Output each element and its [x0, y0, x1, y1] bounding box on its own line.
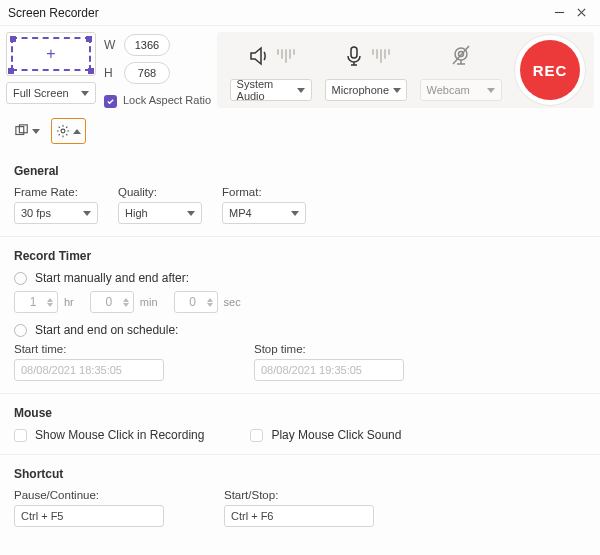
startstop-shortcut-input[interactable]: Ctrl + F6 — [224, 505, 374, 527]
spinner-arrows — [207, 298, 213, 307]
start-time-label: Start time: — [14, 343, 164, 355]
chevron-down-icon — [487, 88, 495, 93]
record-button[interactable]: REC — [520, 40, 580, 100]
frame-rate-label: Frame Rate: — [14, 186, 98, 198]
schedule-label: Start and end on schedule: — [35, 323, 178, 337]
sources-panel: System Audio Microphone — [217, 32, 594, 108]
width-label: W — [104, 38, 118, 52]
region-mode-select[interactable]: Full Screen — [6, 82, 96, 104]
chevron-down-icon — [81, 91, 89, 96]
timer-heading: Record Timer — [14, 249, 586, 263]
system-audio-source: System Audio — [225, 39, 316, 101]
format-select[interactable]: MP4 — [222, 202, 306, 224]
height-label: H — [104, 66, 118, 80]
webcam-source: Webcam — [415, 39, 506, 101]
region-mode-label: Full Screen — [13, 87, 69, 99]
lock-aspect-checkbox[interactable] — [104, 95, 117, 108]
system-audio-label: System Audio — [237, 78, 293, 102]
webcam-off-icon — [449, 44, 473, 68]
webcam-select[interactable]: Webcam — [420, 79, 502, 101]
show-click-label: Show Mouse Click in Recording — [35, 428, 204, 442]
microphone-source: Microphone — [320, 39, 411, 101]
spinner-arrows — [47, 298, 53, 307]
spinner-arrows — [123, 298, 129, 307]
show-click-checkbox[interactable] — [14, 429, 27, 442]
svg-rect-3 — [351, 47, 357, 58]
speaker-icon — [247, 44, 271, 68]
width-input[interactable]: 1366 — [124, 34, 170, 56]
settings-content: General Frame Rate: 30 fps Quality: High… — [0, 148, 600, 539]
region-selector[interactable]: + — [6, 32, 96, 76]
hours-unit: hr — [64, 296, 74, 308]
audio-level-icon — [277, 49, 295, 63]
seconds-unit: sec — [224, 296, 241, 308]
height-input[interactable]: 768 — [124, 62, 170, 84]
quality-value: High — [125, 207, 148, 219]
window-title: Screen Recorder — [8, 6, 548, 20]
toolbar — [0, 114, 600, 148]
window-tool-button[interactable] — [10, 118, 45, 144]
record-label: REC — [533, 62, 568, 79]
plus-icon: + — [46, 45, 55, 63]
hours-input[interactable]: 1 — [14, 291, 58, 313]
format-value: MP4 — [229, 207, 252, 219]
click-sound-label: Play Mouse Click Sound — [271, 428, 401, 442]
click-sound-checkbox[interactable] — [250, 429, 263, 442]
general-heading: General — [14, 164, 586, 178]
pause-shortcut-input[interactable]: Ctrl + F5 — [14, 505, 164, 527]
chevron-down-icon — [187, 211, 195, 216]
startstop-shortcut-label: Start/Stop: — [224, 489, 374, 501]
chevron-up-icon — [73, 129, 81, 134]
stop-time-input[interactable]: 08/08/2021 19:35:05 — [254, 359, 404, 381]
microphone-icon — [342, 44, 366, 68]
region-config: + Full Screen W 1366 H 768 Lock Aspect R… — [6, 32, 211, 108]
title-bar: Screen Recorder — [0, 0, 600, 26]
pause-shortcut-label: Pause/Continue: — [14, 489, 164, 501]
svg-point-9 — [61, 129, 65, 133]
system-audio-select[interactable]: System Audio — [230, 79, 312, 101]
stop-time-label: Stop time: — [254, 343, 404, 355]
microphone-label: Microphone — [332, 84, 389, 96]
shortcut-heading: Shortcut — [14, 467, 586, 481]
gear-icon — [56, 124, 70, 138]
frame-rate-value: 30 fps — [21, 207, 51, 219]
minimize-button[interactable] — [548, 2, 570, 24]
chevron-down-icon — [83, 211, 91, 216]
microphone-select[interactable]: Microphone — [325, 79, 407, 101]
schedule-radio[interactable] — [14, 324, 27, 337]
mic-level-icon — [372, 49, 390, 63]
minutes-input[interactable]: 0 — [90, 291, 134, 313]
lock-aspect-label: Lock Aspect Ratio — [123, 94, 211, 107]
seconds-input[interactable]: 0 — [174, 291, 218, 313]
chevron-down-icon — [297, 88, 305, 93]
format-label: Format: — [222, 186, 306, 198]
manual-end-radio[interactable] — [14, 272, 27, 285]
quality-label: Quality: — [118, 186, 202, 198]
windows-icon — [15, 124, 29, 138]
chevron-down-icon — [393, 88, 401, 93]
manual-end-label: Start manually and end after: — [35, 271, 189, 285]
frame-rate-select[interactable]: 30 fps — [14, 202, 98, 224]
mouse-heading: Mouse — [14, 406, 586, 420]
start-time-input[interactable]: 08/08/2021 18:35:05 — [14, 359, 164, 381]
minutes-unit: min — [140, 296, 158, 308]
chevron-down-icon — [291, 211, 299, 216]
close-button[interactable] — [570, 2, 592, 24]
chevron-down-icon — [32, 129, 40, 134]
quality-select[interactable]: High — [118, 202, 202, 224]
settings-tool-button[interactable] — [51, 118, 86, 144]
webcam-label: Webcam — [427, 84, 470, 96]
top-panel: + Full Screen W 1366 H 768 Lock Aspect R… — [0, 26, 600, 114]
